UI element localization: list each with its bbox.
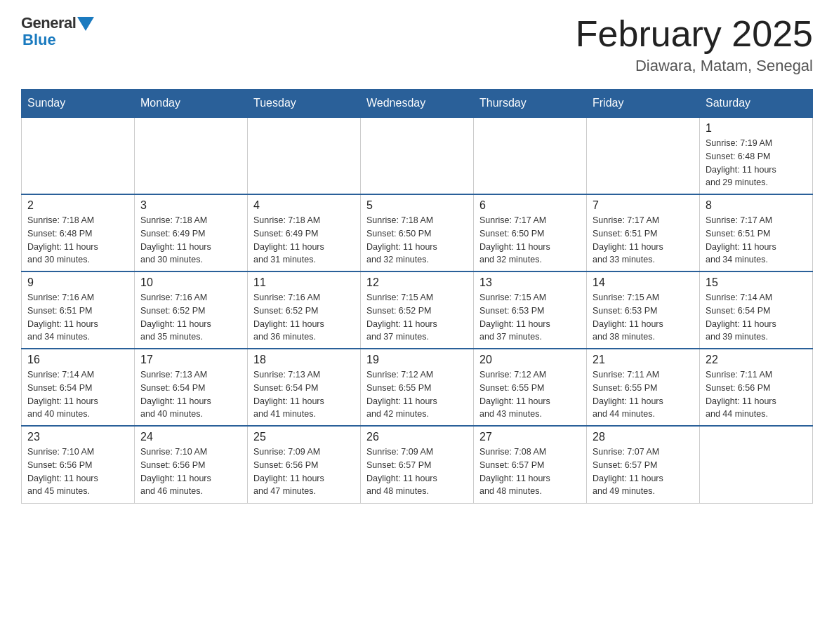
calendar-cell: 20Sunrise: 7:12 AM Sunset: 6:55 PM Dayli… bbox=[474, 349, 587, 426]
day-info: Sunrise: 7:12 AM Sunset: 6:55 PM Dayligh… bbox=[479, 368, 581, 421]
calendar-cell: 26Sunrise: 7:09 AM Sunset: 6:57 PM Dayli… bbox=[361, 426, 474, 503]
day-info: Sunrise: 7:14 AM Sunset: 6:54 PM Dayligh… bbox=[27, 368, 128, 421]
day-info: Sunrise: 7:18 AM Sunset: 6:50 PM Dayligh… bbox=[366, 214, 468, 267]
day-info: Sunrise: 7:18 AM Sunset: 6:49 PM Dayligh… bbox=[253, 214, 355, 267]
day-number: 3 bbox=[140, 199, 241, 212]
calendar-cell: 5Sunrise: 7:18 AM Sunset: 6:50 PM Daylig… bbox=[361, 194, 474, 271]
day-info: Sunrise: 7:15 AM Sunset: 6:52 PM Dayligh… bbox=[366, 291, 468, 344]
weekday-header-wednesday: Wednesday bbox=[361, 90, 474, 118]
calendar-cell: 22Sunrise: 7:11 AM Sunset: 6:56 PM Dayli… bbox=[700, 349, 813, 426]
calendar-cell bbox=[248, 117, 361, 194]
day-info: Sunrise: 7:17 AM Sunset: 6:51 PM Dayligh… bbox=[593, 214, 694, 267]
day-number: 8 bbox=[706, 199, 807, 212]
calendar-cell: 25Sunrise: 7:09 AM Sunset: 6:56 PM Dayli… bbox=[248, 426, 361, 503]
day-info: Sunrise: 7:10 AM Sunset: 6:56 PM Dayligh… bbox=[140, 445, 241, 498]
day-info: Sunrise: 7:12 AM Sunset: 6:55 PM Dayligh… bbox=[366, 368, 468, 421]
calendar-cell: 19Sunrise: 7:12 AM Sunset: 6:55 PM Dayli… bbox=[361, 349, 474, 426]
day-info: Sunrise: 7:16 AM Sunset: 6:52 PM Dayligh… bbox=[253, 291, 355, 344]
day-number: 6 bbox=[479, 199, 581, 212]
calendar-cell: 17Sunrise: 7:13 AM Sunset: 6:54 PM Dayli… bbox=[135, 349, 248, 426]
weekday-header-thursday: Thursday bbox=[474, 90, 587, 118]
location: Diawara, Matam, Senegal bbox=[576, 57, 813, 75]
calendar-cell: 3Sunrise: 7:18 AM Sunset: 6:49 PM Daylig… bbox=[135, 194, 248, 271]
day-info: Sunrise: 7:13 AM Sunset: 6:54 PM Dayligh… bbox=[140, 368, 241, 421]
calendar-cell: 4Sunrise: 7:18 AM Sunset: 6:49 PM Daylig… bbox=[248, 194, 361, 271]
calendar-cell: 12Sunrise: 7:15 AM Sunset: 6:52 PM Dayli… bbox=[361, 271, 474, 349]
day-number: 7 bbox=[593, 199, 694, 212]
day-info: Sunrise: 7:15 AM Sunset: 6:53 PM Dayligh… bbox=[479, 291, 581, 344]
calendar-cell: 18Sunrise: 7:13 AM Sunset: 6:54 PM Dayli… bbox=[248, 349, 361, 426]
day-number: 5 bbox=[366, 199, 468, 212]
calendar-week-row: 9Sunrise: 7:16 AM Sunset: 6:51 PM Daylig… bbox=[22, 271, 813, 349]
day-number: 9 bbox=[27, 276, 128, 289]
calendar-cell: 13Sunrise: 7:15 AM Sunset: 6:53 PM Dayli… bbox=[474, 271, 587, 349]
day-number: 24 bbox=[140, 431, 241, 443]
logo: General Blue bbox=[21, 14, 94, 49]
day-number: 11 bbox=[253, 276, 355, 289]
day-number: 14 bbox=[593, 276, 694, 289]
day-info: Sunrise: 7:13 AM Sunset: 6:54 PM Dayligh… bbox=[253, 368, 355, 421]
calendar-cell bbox=[700, 426, 813, 503]
day-number: 15 bbox=[706, 276, 807, 289]
weekday-header-row: SundayMondayTuesdayWednesdayThursdayFrid… bbox=[22, 90, 813, 118]
calendar-cell: 14Sunrise: 7:15 AM Sunset: 6:53 PM Dayli… bbox=[587, 271, 700, 349]
calendar-cell bbox=[474, 117, 587, 194]
day-number: 25 bbox=[253, 431, 355, 443]
day-number: 12 bbox=[366, 276, 468, 289]
month-title: February 2025 bbox=[576, 14, 813, 54]
day-info: Sunrise: 7:11 AM Sunset: 6:56 PM Dayligh… bbox=[706, 368, 807, 421]
day-number: 13 bbox=[479, 276, 581, 289]
calendar-cell: 27Sunrise: 7:08 AM Sunset: 6:57 PM Dayli… bbox=[474, 426, 587, 503]
day-info: Sunrise: 7:08 AM Sunset: 6:57 PM Dayligh… bbox=[479, 445, 581, 498]
logo-general-text: General bbox=[21, 14, 76, 32]
calendar-cell bbox=[361, 117, 474, 194]
day-number: 2 bbox=[27, 199, 128, 212]
day-number: 10 bbox=[140, 276, 241, 289]
weekday-header-monday: Monday bbox=[135, 90, 248, 118]
day-number: 16 bbox=[27, 354, 128, 366]
day-info: Sunrise: 7:10 AM Sunset: 6:56 PM Dayligh… bbox=[27, 445, 128, 498]
calendar-cell bbox=[135, 117, 248, 194]
day-info: Sunrise: 7:09 AM Sunset: 6:56 PM Dayligh… bbox=[253, 445, 355, 498]
calendar-cell: 23Sunrise: 7:10 AM Sunset: 6:56 PM Dayli… bbox=[22, 426, 135, 503]
day-info: Sunrise: 7:18 AM Sunset: 6:48 PM Dayligh… bbox=[27, 214, 128, 267]
calendar-cell: 15Sunrise: 7:14 AM Sunset: 6:54 PM Dayli… bbox=[700, 271, 813, 349]
logo-blue-text: Blue bbox=[22, 31, 56, 49]
day-info: Sunrise: 7:11 AM Sunset: 6:55 PM Dayligh… bbox=[593, 368, 694, 421]
calendar-cell: 28Sunrise: 7:07 AM Sunset: 6:57 PM Dayli… bbox=[587, 426, 700, 503]
weekday-header-tuesday: Tuesday bbox=[248, 90, 361, 118]
day-info: Sunrise: 7:19 AM Sunset: 6:48 PM Dayligh… bbox=[706, 137, 807, 189]
weekday-header-friday: Friday bbox=[587, 90, 700, 118]
calendar-week-row: 1Sunrise: 7:19 AM Sunset: 6:48 PM Daylig… bbox=[22, 117, 813, 194]
day-info: Sunrise: 7:14 AM Sunset: 6:54 PM Dayligh… bbox=[706, 291, 807, 344]
title-block: February 2025 Diawara, Matam, Senegal bbox=[576, 14, 813, 75]
weekday-header-sunday: Sunday bbox=[22, 90, 135, 118]
day-info: Sunrise: 7:16 AM Sunset: 6:51 PM Dayligh… bbox=[27, 291, 128, 344]
logo-triangle-icon bbox=[77, 17, 94, 31]
calendar-cell: 1Sunrise: 7:19 AM Sunset: 6:48 PM Daylig… bbox=[700, 117, 813, 194]
day-info: Sunrise: 7:09 AM Sunset: 6:57 PM Dayligh… bbox=[366, 445, 468, 498]
day-info: Sunrise: 7:15 AM Sunset: 6:53 PM Dayligh… bbox=[593, 291, 694, 344]
day-number: 19 bbox=[366, 354, 468, 366]
day-number: 21 bbox=[593, 354, 694, 366]
calendar-week-row: 23Sunrise: 7:10 AM Sunset: 6:56 PM Dayli… bbox=[22, 426, 813, 503]
page-header: General Blue February 2025 Diawara, Mata… bbox=[21, 14, 813, 75]
day-number: 28 bbox=[593, 431, 694, 443]
calendar-cell: 16Sunrise: 7:14 AM Sunset: 6:54 PM Dayli… bbox=[22, 349, 135, 426]
calendar-cell: 10Sunrise: 7:16 AM Sunset: 6:52 PM Dayli… bbox=[135, 271, 248, 349]
calendar-cell: 8Sunrise: 7:17 AM Sunset: 6:51 PM Daylig… bbox=[700, 194, 813, 271]
calendar-week-row: 16Sunrise: 7:14 AM Sunset: 6:54 PM Dayli… bbox=[22, 349, 813, 426]
calendar-cell: 24Sunrise: 7:10 AM Sunset: 6:56 PM Dayli… bbox=[135, 426, 248, 503]
day-info: Sunrise: 7:17 AM Sunset: 6:50 PM Dayligh… bbox=[479, 214, 581, 267]
day-number: 23 bbox=[27, 431, 128, 443]
calendar-cell: 21Sunrise: 7:11 AM Sunset: 6:55 PM Dayli… bbox=[587, 349, 700, 426]
day-number: 20 bbox=[479, 354, 581, 366]
calendar-cell: 11Sunrise: 7:16 AM Sunset: 6:52 PM Dayli… bbox=[248, 271, 361, 349]
day-info: Sunrise: 7:16 AM Sunset: 6:52 PM Dayligh… bbox=[140, 291, 241, 344]
day-number: 26 bbox=[366, 431, 468, 443]
calendar-cell bbox=[22, 117, 135, 194]
day-number: 18 bbox=[253, 354, 355, 366]
calendar-cell bbox=[587, 117, 700, 194]
day-number: 22 bbox=[706, 354, 807, 366]
day-number: 1 bbox=[706, 122, 807, 135]
